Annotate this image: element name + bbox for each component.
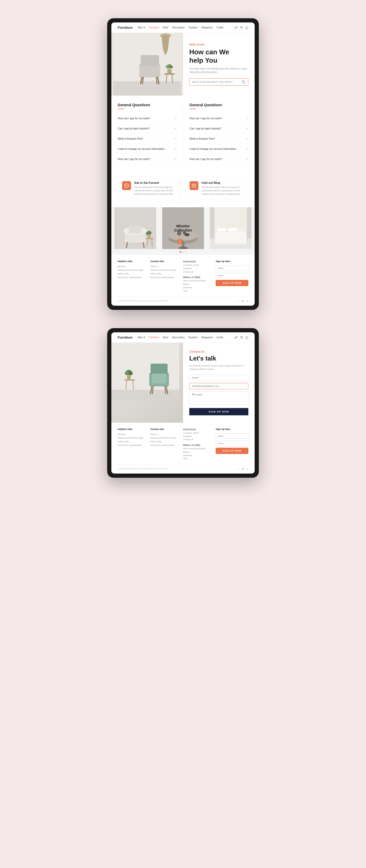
hero-content: Help center How can We help You Our help… — [183, 33, 255, 96]
nav2-item-2[interactable]: Rant — [163, 336, 168, 339]
svg-rect-1 — [113, 81, 181, 96]
nav2-item-6[interactable]: Crafts — [217, 336, 224, 339]
faq-item-left-3[interactable]: I want to change my account information … — [118, 144, 177, 154]
faq-item-right-4[interactable]: How can I pay for my order? + — [190, 154, 249, 164]
faq-right-title: General Questions — [190, 103, 249, 107]
footer-col-contact: Contact Info About us Delivery and Retur… — [150, 260, 183, 292]
footer-contact-link-1[interactable]: Delivery and Returns Policy — [150, 269, 183, 271]
footer-columns-2: Helpful Links About us Delivery and Retu… — [118, 428, 248, 461]
faq-item-right-3[interactable]: I want to change my account information … — [190, 144, 249, 154]
nav-item-1[interactable]: Furniture — [149, 26, 159, 29]
card-content-0: Ask in the Forums Join the discussion! W… — [134, 181, 176, 195]
footer2-link-0[interactable]: About us — [118, 433, 150, 435]
card-icon-0 — [122, 181, 131, 190]
faq-item-right-2[interactable]: What is Amazon Pay? + — [190, 134, 249, 144]
dot-2[interactable] — [185, 251, 187, 253]
contact-hero: Contact Us Let's talk Our friendly custo… — [111, 343, 255, 423]
footer2-contact-link-1[interactable]: Delivery and Returns Policy — [150, 437, 183, 439]
signup-email-input[interactable] — [216, 273, 248, 278]
search-button[interactable]: 🔍 — [242, 80, 246, 84]
nav-item-5[interactable]: Magazine — [202, 26, 213, 29]
footer-link-1[interactable]: Delivery and Returns Policy — [118, 269, 150, 271]
faq-col-left: General Questions How can I pay for my o… — [111, 103, 183, 164]
faq-item-left-2[interactable]: What is Amazon Pay? + — [118, 134, 177, 144]
nav2-item-5[interactable]: Magazine — [202, 336, 213, 339]
search-icon[interactable]: ⚲ — [240, 26, 243, 30]
footer: Helpful Links About us Delivery and Retu… — [111, 255, 255, 306]
contact-message-input[interactable] — [189, 391, 248, 405]
twitter-icon[interactable]: 𝕨 — [242, 299, 244, 303]
footer2-link-3[interactable]: Services for professionals — [118, 444, 150, 446]
facebook-icon[interactable]: 𝃿 — [238, 299, 239, 303]
footer2-contact-link-0[interactable]: About us — [150, 433, 183, 435]
dot-0[interactable] — [179, 251, 181, 253]
instagram-icon-2[interactable]: ▵ — [247, 467, 248, 470]
nav2-item-4[interactable]: Outdoor — [188, 336, 198, 339]
footer2-col-helpful: Helpful Links About us Delivery and Retu… — [118, 428, 150, 461]
footer2-contact-link-2[interactable]: Help & FAQ — [150, 440, 183, 443]
svg-line-13 — [172, 75, 173, 83]
footer-link-2[interactable]: Help & FAQ — [118, 273, 150, 275]
faq-plus-icon: + — [174, 126, 176, 131]
instagram-icon[interactable]: ▵ — [247, 299, 248, 303]
svg-rect-61 — [152, 374, 166, 383]
footer-link-3[interactable]: Services for professionals — [118, 276, 150, 279]
contact-description: Our friendly customer service team alway… — [189, 364, 248, 371]
nav-item-0[interactable]: Men It — [138, 26, 145, 29]
footer2-contact-link-3[interactable]: Services for professionals — [150, 444, 183, 446]
footer2-link-1[interactable]: Delivery and Returns Policy — [118, 437, 150, 439]
nav-item-3[interactable]: Decoration — [172, 26, 185, 29]
faq-item-left-0[interactable]: How can I pay for my order? + — [118, 113, 177, 123]
faq-item-left-4[interactable]: How can I pay for my order? + — [118, 154, 177, 164]
contact-email-input[interactable] — [189, 383, 248, 389]
collection-img-3 — [207, 207, 255, 249]
signup2-email-input[interactable] — [216, 441, 248, 446]
nav-item-6[interactable]: Crafts — [217, 26, 224, 29]
faq-item-right-1[interactable]: Can I pay by bank transfer? + — [190, 123, 249, 134]
carousel-prev-btn[interactable] — [178, 239, 182, 244]
faq-item-right-0[interactable]: How can I pay for my order? + — [190, 113, 249, 123]
contact-name-input[interactable] — [189, 375, 248, 381]
signup-button[interactable]: SIGN UP NOW — [216, 280, 248, 286]
signup2-name-input[interactable] — [216, 433, 248, 439]
twitter-icon-2[interactable]: 𝕨 — [242, 467, 244, 470]
svg-point-17 — [169, 66, 173, 68]
card-title-1: Visit out Blog — [202, 181, 244, 184]
svg-rect-23 — [129, 225, 142, 234]
nav-item-4[interactable]: Outdoor — [188, 26, 198, 29]
svg-rect-42 — [215, 229, 247, 244]
contact-submit-button[interactable]: SIGN UP NOW — [189, 408, 248, 415]
footer2-link-2[interactable]: Help & FAQ — [118, 440, 150, 443]
cart-icon[interactable]: ◵ — [246, 26, 248, 30]
user-icon-2[interactable]: ☍ — [234, 336, 237, 339]
search-icon-2[interactable]: ⚲ — [240, 336, 243, 339]
device-frame-2: Furniture Men It Furniture Rant Decorati… — [107, 328, 259, 478]
nav2-item-0[interactable]: Men It — [138, 336, 145, 339]
faq-plus-icon: + — [246, 126, 248, 131]
footer-col-helpful: Helpful Links About us Delivery and Retu… — [118, 260, 150, 292]
search-input[interactable] — [192, 81, 242, 83]
footer-contact-link-0[interactable]: About us — [150, 265, 183, 268]
svg-line-53 — [126, 381, 126, 389]
user-icon[interactable]: ☍ — [234, 26, 237, 30]
device-screen-2: Furniture Men It Furniture Rant Decorati… — [111, 332, 255, 473]
footer-bottom: © 2020 Attitude Framework | Designed by … — [118, 296, 248, 303]
forum-icon — [124, 183, 129, 188]
svg-rect-52 — [124, 379, 135, 381]
footer-contact-link-3[interactable]: Services for professionals — [150, 276, 183, 279]
nav2-item-3[interactable]: Decoration — [172, 336, 185, 339]
nav2-item-1[interactable]: Furniture — [149, 336, 159, 339]
nav-item-2[interactable]: Rant — [163, 26, 168, 29]
footer-link-0[interactable]: About us — [118, 265, 150, 268]
hero-description: Our help center can instantly give you a… — [189, 67, 248, 74]
facebook-icon-2[interactable]: 𝃿 — [238, 467, 239, 470]
signup-name-input[interactable] — [216, 266, 248, 271]
svg-line-12 — [166, 75, 167, 83]
dot-1[interactable] — [182, 251, 184, 253]
signup2-button[interactable]: SIGN UP NOW — [216, 448, 248, 454]
cart-icon-2[interactable]: ◵ — [246, 336, 248, 339]
faq-item-left-1[interactable]: Can I pay by bank transfer? + — [118, 123, 177, 134]
cards-section: Ask in the Forums Join the discussion! W… — [111, 172, 255, 207]
footer-contact-link-2[interactable]: Help & FAQ — [150, 273, 183, 275]
logo: Furniture — [118, 26, 133, 30]
